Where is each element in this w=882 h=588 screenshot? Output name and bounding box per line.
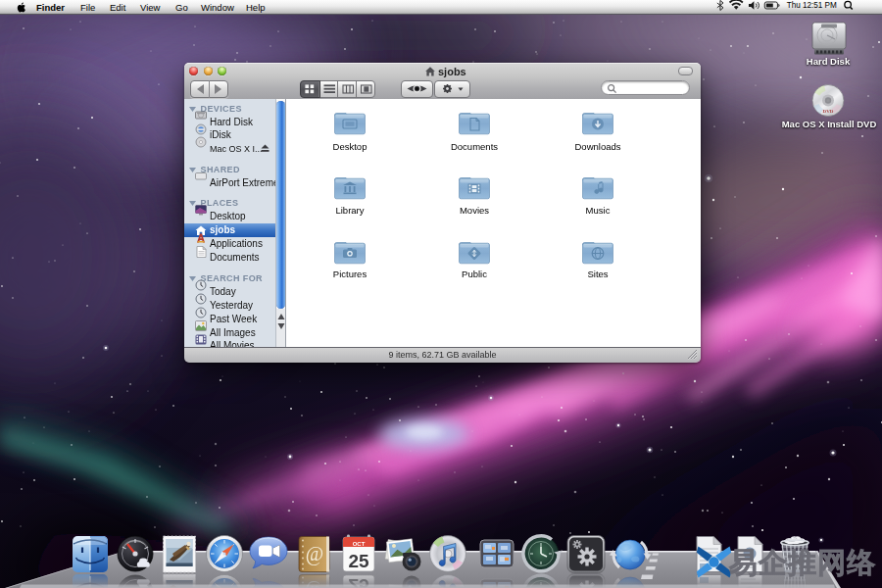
svg-text:Thu 12:51 PM: Thu 12:51 PM <box>787 1 837 10</box>
svg-text:DVD: DVD <box>823 109 834 114</box>
